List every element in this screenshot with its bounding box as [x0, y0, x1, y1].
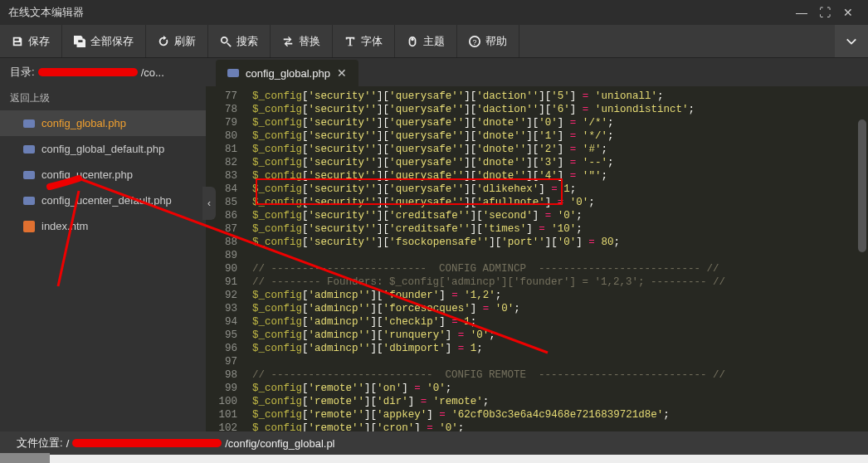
code-content[interactable]: $_config['security'']['querysafe'']['dac…	[244, 86, 868, 431]
font-icon	[344, 36, 356, 47]
status-bar: 文件位置: / /config/config_global.pl	[0, 431, 868, 455]
minimize-button[interactable]: —	[790, 0, 813, 25]
php-icon	[23, 119, 35, 128]
scrollbar[interactable]	[858, 119, 866, 252]
file-item-config_global-php[interactable]: config_global.php	[0, 110, 206, 136]
refresh-button[interactable]: 刷新	[146, 25, 208, 57]
toolbar: 保存 全部保存 刷新 搜索 替换 字体 主题 ? 帮助	[0, 25, 868, 58]
file-item-index-htm[interactable]: index.htm	[0, 213, 206, 239]
save-icon	[12, 36, 23, 47]
code-line: $_config['security'']['querysafe'']['dac…	[244, 103, 868, 116]
tab-close-button[interactable]: ✕	[337, 66, 347, 80]
code-line: $_config['security'']['querysafe'']['dno…	[244, 129, 868, 143]
code-line: $_config['remote'']['dir'] = 'remote';	[244, 395, 868, 408]
code-line: $_config['remote'']['on'] = '0';	[244, 382, 868, 395]
help-button[interactable]: ? 帮助	[457, 25, 519, 57]
replace-button[interactable]: 替换	[271, 25, 333, 57]
return-up-link[interactable]: 返回上级	[0, 86, 206, 110]
htm-icon	[23, 221, 35, 232]
svg-text:?: ?	[473, 37, 477, 46]
file-name: config_global_default.php	[41, 143, 164, 155]
file-item-config_global_default-php[interactable]: config_global_default.php	[0, 136, 206, 162]
titlebar: 在线文本编辑器 — ⛶ ✕	[0, 0, 868, 25]
file-item-config_ucenter-php[interactable]: config_ucenter.php	[0, 162, 206, 188]
code-line: $_config['admincp'']['dbimport'] = 1;	[244, 342, 868, 355]
replace-icon	[282, 36, 294, 47]
maximize-button[interactable]: ⛶	[813, 0, 836, 25]
file-location-label: 文件位置:	[17, 436, 63, 451]
file-name: config_ucenter.php	[41, 168, 133, 181]
font-button[interactable]: 字体	[333, 25, 395, 57]
code-line: $_config['remote'']['appkey'] = '62cf0b3…	[244, 408, 868, 422]
code-line: $_config['admincp'']['founder'] = '1,2';	[244, 289, 868, 302]
tab-bar: config_global.php ✕	[206, 58, 868, 86]
window-title: 在线文本编辑器	[8, 5, 84, 20]
save-button[interactable]: 保存	[0, 25, 62, 57]
code-line	[244, 355, 868, 368]
close-button[interactable]: ✕	[836, 0, 860, 25]
php-icon	[23, 145, 35, 154]
svg-point-0	[222, 37, 227, 42]
theme-button[interactable]: 主题	[395, 25, 457, 57]
directory-path: 目录: /co...	[0, 58, 206, 86]
php-icon	[23, 171, 35, 179]
code-line: $_config['remote'']['cron'] = '0';	[244, 422, 868, 431]
file-location-suffix: /config/config_global.pl	[225, 437, 334, 450]
php-icon	[23, 197, 35, 205]
code-line: // ------------------------- CONFIG ADMI…	[244, 262, 868, 275]
code-line: $_config['security'']['querysafe'']['dno…	[244, 156, 868, 169]
code-line: // -------------------------- CONFIG REM…	[244, 368, 868, 382]
file-list: config_global.phpconfig_global_default.p…	[0, 110, 206, 431]
code-editor[interactable]: 77 78 79 80 81 82 83 84 85 86 87 88 89 9…	[206, 86, 868, 431]
chevron-down-icon	[846, 36, 857, 47]
redacted-path	[38, 68, 138, 76]
code-line: $_config['security'']['creditsafe'']['se…	[244, 209, 868, 222]
code-line: $_config['security'']['querysafe'']['afu…	[244, 196, 868, 209]
code-line: $_config['security'']['fsockopensafe''][…	[244, 236, 868, 249]
code-line: $_config['security'']['querysafe'']['dno…	[244, 143, 868, 156]
help-icon: ?	[469, 36, 480, 47]
code-line: $_config['security'']['querysafe'']['dno…	[244, 116, 868, 129]
sidebar-collapse-handle[interactable]: ‹	[202, 187, 216, 220]
code-line: $_config['security'']['creditsafe'']['ti…	[244, 222, 868, 236]
editor-pane: config_global.php ✕ 77 78 79 80 81 82 83…	[206, 58, 868, 431]
code-line: $_config['admincp'']['forcesecques'] = '…	[244, 302, 868, 315]
file-name: config_ucenter_default.php	[41, 194, 172, 207]
code-line: $_config['security'']['querysafe'']['dac…	[244, 90, 868, 103]
theme-icon	[407, 36, 418, 47]
code-line: $_config['admincp'']['runquery'] = '0';	[244, 329, 868, 342]
refresh-icon	[158, 36, 169, 47]
code-line: $_config['admincp'']['checkip'] = 1;	[244, 315, 868, 329]
svg-point-1	[411, 37, 414, 41]
php-icon	[227, 69, 239, 77]
file-item-config_ucenter_default-php[interactable]: config_ucenter_default.php	[0, 188, 206, 213]
toolbar-collapse-button[interactable]	[835, 25, 868, 57]
sidebar: 目录: /co... 返回上级 config_global.phpconfig_…	[0, 58, 206, 431]
save-all-button[interactable]: 全部保存	[62, 25, 146, 57]
file-name: config_global.php	[41, 117, 126, 129]
search-button[interactable]: 搜索	[208, 25, 271, 57]
code-line: $_config['security'']['querysafe'']['dno…	[244, 169, 868, 183]
redacted-status-path	[72, 439, 222, 447]
chevron-left-icon: ‹	[207, 197, 211, 209]
code-line: // -------- Founders: $_config['admincp'…	[244, 275, 868, 289]
tab-config-global[interactable]: config_global.php ✕	[216, 60, 358, 86]
save-all-icon	[74, 36, 85, 47]
code-line: $_config['security'']['querysafe'']['dli…	[244, 183, 868, 196]
file-name: index.htm	[41, 220, 88, 232]
line-number-gutter: 77 78 79 80 81 82 83 84 85 86 87 88 89 9…	[206, 86, 244, 431]
search-icon	[220, 36, 232, 47]
code-line	[244, 249, 868, 262]
